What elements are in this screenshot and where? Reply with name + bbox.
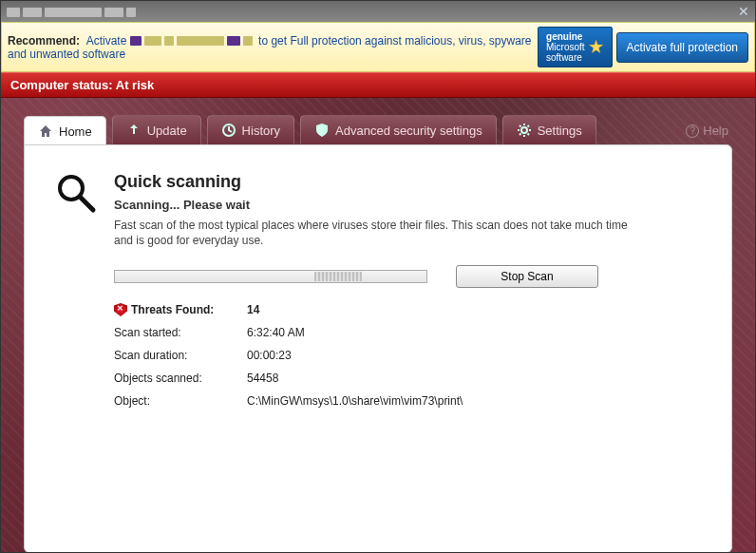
svg-line-3 <box>80 197 93 210</box>
status-label: Computer status: <box>10 78 113 92</box>
content-panel: Quick scanning Scanning... Please wait F… <box>24 144 732 553</box>
threats-found-label: Threats Found: <box>114 303 247 316</box>
objects-scanned-value: 54458 <box>247 372 701 385</box>
tab-update[interactable]: Update <box>112 115 201 144</box>
recommend-label: Recommend: <box>8 34 80 48</box>
main-area: Home Update History Advanced security se… <box>1 98 755 553</box>
tab-advanced[interactable]: Advanced security settings <box>300 115 497 144</box>
scan-started-label: Scan started: <box>114 326 247 339</box>
progress-row: Stop Scan <box>114 265 701 288</box>
scan-header: Quick scanning Scanning... Please wait F… <box>55 172 701 248</box>
tab-settings[interactable]: Settings <box>502 115 596 144</box>
threats-found-value: 14 <box>247 303 701 316</box>
scan-duration-value: 00:00:23 <box>247 349 701 362</box>
update-icon <box>126 123 142 138</box>
tab-history-label: History <box>242 124 280 138</box>
tab-home-label: Home <box>59 124 92 139</box>
scan-duration-label: Scan duration: <box>114 349 247 362</box>
current-object-label: Object: <box>114 394 247 408</box>
home-icon <box>38 124 53 139</box>
recommend-message: Recommend: Activate to get Full protecti… <box>8 34 534 61</box>
recommend-prefix: Activate <box>86 34 127 48</box>
activate-full-protection-button[interactable]: Activate full protection <box>616 32 748 63</box>
scan-subtitle: Scanning... Please wait <box>114 198 646 212</box>
help-icon: ? <box>686 124 699 138</box>
scan-progress-bar <box>114 270 427 283</box>
gear-icon <box>517 123 532 138</box>
app-title <box>7 6 139 17</box>
svg-point-1 <box>521 127 527 133</box>
help-label: Help <box>703 124 728 138</box>
shield-icon <box>314 123 330 138</box>
threat-shield-icon <box>114 303 127 316</box>
recommend-blur <box>130 34 258 48</box>
genuine-line1: genuine <box>546 31 585 42</box>
help-link[interactable]: ? Help <box>682 117 732 144</box>
close-icon[interactable]: ✕ <box>738 4 749 19</box>
scan-results: Threats Found: 14 Scan started: 6:32:40 … <box>114 303 701 408</box>
scan-title: Quick scanning <box>114 172 646 192</box>
tab-advanced-label: Advanced security settings <box>335 124 482 138</box>
history-icon <box>221 123 236 138</box>
genuine-line3: software <box>546 52 585 63</box>
computer-status-bar: Computer status: At risk <box>1 72 755 98</box>
objects-scanned-label: Objects scanned: <box>114 372 247 385</box>
status-value: At risk <box>116 78 154 92</box>
stop-scan-button[interactable]: Stop Scan <box>456 265 598 288</box>
progress-indicator <box>314 272 362 281</box>
tab-history[interactable]: History <box>207 115 294 144</box>
tab-update-label: Update <box>147 124 187 138</box>
tab-bar: Home Update History Advanced security se… <box>24 115 732 144</box>
tab-home[interactable]: Home <box>24 116 106 145</box>
tab-settings-label: Settings <box>538 124 582 138</box>
genuine-badge: genuine Microsoft software <box>538 27 613 67</box>
recommend-bar: Recommend: Activate to get Full protecti… <box>1 22 755 72</box>
titlebar: ✕ <box>1 1 755 22</box>
magnifier-icon <box>55 172 97 214</box>
star-icon <box>589 40 604 55</box>
scan-description: Fast scan of the most typical places whe… <box>114 218 646 248</box>
current-object-value: C:\MinGW\msys\1.0\share\vim\vim73\print\ <box>247 394 701 408</box>
genuine-line2: Microsoft <box>546 42 585 52</box>
scan-started-value: 6:32:40 AM <box>247 326 701 339</box>
